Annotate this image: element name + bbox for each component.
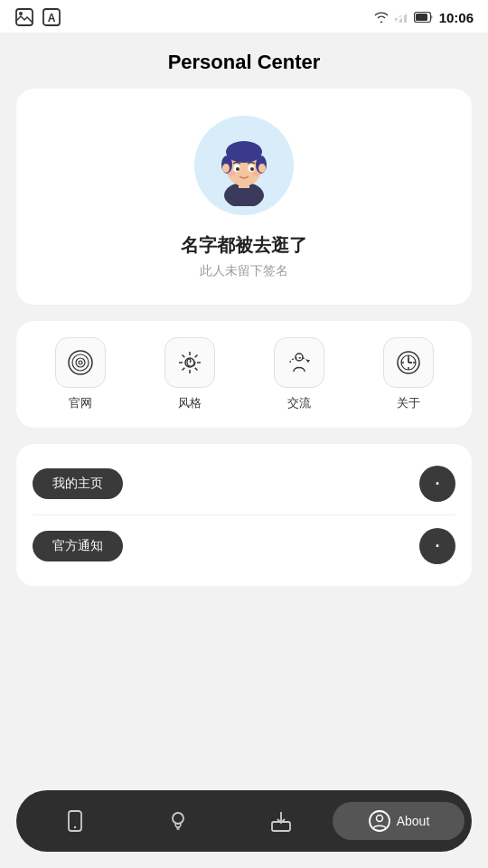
- svg-point-27: [79, 361, 82, 364]
- nav-item-home[interactable]: [23, 809, 127, 833]
- status-bar: A 10:06: [0, 0, 488, 33]
- svg-point-25: [72, 354, 89, 371]
- inbox-download-icon: [269, 809, 293, 833]
- svg-point-21: [250, 167, 254, 171]
- svg-point-48: [74, 826, 76, 828]
- quick-menu: 官网 风格: [16, 321, 472, 428]
- avatar: [194, 116, 294, 215]
- svg-point-55: [376, 816, 382, 822]
- menu-item-about[interactable]: 关于: [353, 337, 463, 411]
- about-icon-box: [383, 337, 434, 388]
- svg-point-26: [76, 358, 85, 367]
- official-icon-box: [55, 337, 106, 388]
- exchange-label: 交流: [287, 395, 311, 411]
- exchange-icon-box: [274, 337, 324, 388]
- svg-line-35: [194, 355, 197, 358]
- svg-point-23: [253, 172, 260, 176]
- wifi-icon: [374, 11, 389, 24]
- person-loop-icon: [285, 348, 314, 377]
- official-notice-dot-button[interactable]: ·: [419, 528, 455, 564]
- svg-rect-9: [416, 14, 427, 21]
- action-row-official-notice: 官方通知 ·: [33, 515, 455, 577]
- action-list: 我的主页 · 官方通知 ·: [16, 444, 472, 586]
- svg-line-34: [194, 368, 197, 371]
- clock-circle-icon: [394, 348, 423, 377]
- svg-line-36: [182, 368, 184, 371]
- person-circle-icon: [368, 809, 391, 833]
- svg-point-49: [173, 813, 183, 824]
- bulb-icon: [166, 809, 190, 833]
- profile-card: 名字都被去逛了 此人未留下签名: [16, 89, 472, 305]
- menu-item-official[interactable]: 官网: [25, 337, 135, 411]
- action-row-my-home: 我的主页 ·: [33, 453, 455, 515]
- username: 名字都被去逛了: [181, 233, 307, 258]
- svg-point-17: [258, 164, 266, 173]
- bottom-nav: About: [16, 790, 472, 852]
- svg-point-22: [228, 172, 235, 176]
- time-display: 10:06: [439, 10, 474, 25]
- battery-icon: [414, 12, 434, 23]
- svg-point-16: [222, 164, 230, 173]
- about-label: 关于: [397, 395, 420, 411]
- svg-text:A: A: [48, 12, 56, 24]
- status-left-icons: A: [14, 7, 61, 27]
- svg-marker-38: [306, 360, 310, 363]
- svg-line-33: [182, 355, 184, 358]
- status-right-icons: 10:06: [374, 10, 474, 25]
- style-icon-box: [164, 337, 215, 388]
- page-title: Personal Center: [0, 33, 488, 89]
- sun-spiral-icon: [175, 348, 204, 377]
- style-label: 风格: [178, 395, 202, 411]
- official-label: 官网: [69, 395, 92, 411]
- avatar-image: [203, 125, 285, 206]
- my-home-dot-button[interactable]: ·: [419, 466, 455, 502]
- nav-item-about[interactable]: About: [333, 802, 465, 840]
- my-home-button[interactable]: 我的主页: [33, 468, 123, 499]
- nav-item-idea[interactable]: [127, 809, 230, 833]
- bio: 此人未留下签名: [200, 263, 288, 279]
- svg-rect-0: [16, 9, 33, 25]
- signal-icon: [394, 11, 408, 24]
- menu-item-style[interactable]: 风格: [135, 337, 244, 411]
- menu-item-exchange[interactable]: 交流: [244, 337, 353, 411]
- official-notice-button[interactable]: 官方通知: [33, 531, 123, 561]
- svg-point-1: [19, 12, 23, 15]
- spiral-icon: [66, 348, 95, 377]
- gallery-icon: [14, 7, 34, 27]
- nav-about-label: About: [397, 814, 430, 828]
- mobile-icon: [63, 809, 87, 833]
- nav-item-download[interactable]: [230, 809, 333, 833]
- font-icon: A: [42, 7, 61, 27]
- svg-point-20: [236, 167, 239, 171]
- svg-point-13: [226, 141, 262, 163]
- svg-point-37: [296, 354, 303, 361]
